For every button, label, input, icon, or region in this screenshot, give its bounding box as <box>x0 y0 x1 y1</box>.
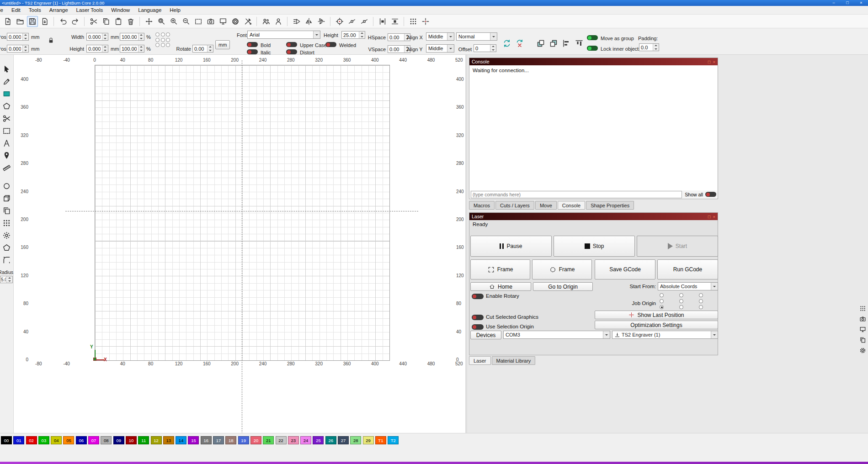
palette-swatch-28[interactable]: 28 <box>350 436 361 444</box>
devices-button[interactable]: Devices <box>470 331 501 339</box>
focus-laser-icon[interactable] <box>334 16 345 27</box>
palette-swatch-21[interactable]: 21 <box>263 436 274 444</box>
offset-input[interactable] <box>474 44 496 52</box>
selection-frame-tool-icon[interactable] <box>1 125 13 137</box>
dock-tab-move[interactable]: Move <box>535 201 557 210</box>
select-tool-icon[interactable] <box>1 63 13 75</box>
paste-icon[interactable] <box>113 16 124 27</box>
palette-swatch-11[interactable]: 11 <box>138 436 149 444</box>
start-button[interactable]: Start <box>637 236 718 257</box>
draw-lines-tool-icon[interactable] <box>1 76 13 88</box>
dock-tab-macros[interactable]: Macros <box>469 201 495 210</box>
dock-tab-console[interactable]: Console <box>558 201 585 210</box>
frame-rect-button[interactable]: Frame <box>470 259 530 279</box>
go-to-origin-button[interactable]: Go to Origin <box>533 282 593 291</box>
new-file-icon[interactable] <box>2 16 13 27</box>
job-origin-6[interactable] <box>660 305 664 309</box>
palette-swatch-15[interactable]: 15 <box>188 436 199 444</box>
position-laser-tool-icon[interactable] <box>1 150 13 162</box>
offset-shapes-tool-icon[interactable] <box>1 192 13 204</box>
menu-file[interactable]: File <box>0 7 7 13</box>
show-all-toggle[interactable] <box>705 192 716 197</box>
zoom-out-icon[interactable] <box>181 16 192 27</box>
palette-swatch-07[interactable]: 07 <box>88 436 99 444</box>
use-selection-origin-toggle[interactable] <box>472 324 484 330</box>
polygon-tool-icon[interactable] <box>1 100 13 112</box>
align-y-select[interactable]: Middle <box>426 44 454 53</box>
zoom-in-icon[interactable] <box>168 16 179 27</box>
stop-button[interactable]: Stop <box>554 236 635 257</box>
palette-swatch-14[interactable]: 14 <box>176 436 186 444</box>
job-origin-4[interactable] <box>679 299 683 303</box>
job-origin-3[interactable] <box>660 299 664 303</box>
float-panel-icon[interactable]: □ <box>708 214 711 219</box>
ellipse-tool-icon[interactable] <box>1 180 13 192</box>
upper-case-toggle[interactable] <box>286 42 297 47</box>
mirror-horizontal-icon[interactable] <box>304 16 314 27</box>
palette-swatch-26[interactable]: 26 <box>325 436 336 444</box>
frame-circle-button[interactable]: Frame <box>532 259 592 279</box>
palette-swatch-08[interactable]: 08 <box>101 436 112 444</box>
text-style-select[interactable]: Normal <box>456 32 497 41</box>
enable-rotary-toggle[interactable] <box>472 294 484 299</box>
workspace-canvas[interactable]: X Y -80-40040801201602002402803203604004… <box>14 55 465 433</box>
palette-swatch-18[interactable]: 18 <box>225 436 236 444</box>
edit-nodes-icon[interactable] <box>346 16 357 27</box>
pos-x-input[interactable] <box>7 33 29 41</box>
palette-swatch-27[interactable]: 27 <box>338 436 349 444</box>
home-button[interactable]: Home <box>470 282 531 291</box>
palette-swatch-23[interactable]: 23 <box>288 436 299 444</box>
measure-tool-icon[interactable] <box>1 162 13 174</box>
align-x-select[interactable]: Middle <box>426 32 454 41</box>
start-from-select[interactable]: Absolute Coords <box>658 282 718 290</box>
palette-swatch-09[interactable]: 09 <box>113 436 124 444</box>
menu-laser-tools[interactable]: Laser Tools <box>72 7 107 13</box>
duplicate-tool-icon[interactable] <box>1 205 13 216</box>
anchor-point-3[interactable] <box>155 38 160 42</box>
redo-icon[interactable] <box>70 16 81 27</box>
align-horizontal-icon[interactable] <box>561 38 571 48</box>
frame-selection-icon[interactable] <box>193 16 204 27</box>
device-select[interactable]: TS2 Engraver (1) <box>612 331 718 339</box>
palette-swatch-T2[interactable]: T2 <box>388 436 399 444</box>
job-origin-8[interactable] <box>699 305 703 309</box>
palette-swatch-10[interactable]: 10 <box>126 436 137 444</box>
delete-icon[interactable] <box>125 16 136 27</box>
width-input[interactable] <box>86 33 108 41</box>
anchor-point-0[interactable] <box>155 32 160 37</box>
palette-swatch-19[interactable]: 19 <box>238 436 249 444</box>
text-tool-icon[interactable] <box>1 137 13 149</box>
hidden-camera-panel-icon[interactable] <box>858 315 867 323</box>
laser-panel-header[interactable]: Laser □× <box>469 213 718 220</box>
palette-swatch-25[interactable]: 25 <box>313 436 324 444</box>
palette-swatch-03[interactable]: 03 <box>38 436 49 444</box>
italic-toggle[interactable] <box>247 49 258 54</box>
port-select[interactable]: COM3 <box>503 331 610 339</box>
anchor-point-5[interactable] <box>166 38 170 42</box>
menu-edit[interactable]: Edit <box>7 7 25 13</box>
bottom-tab-material-library[interactable]: Material Library <box>492 356 536 365</box>
width-percent-input[interactable] <box>120 33 144 41</box>
console-command-input[interactable] <box>471 191 682 198</box>
rectangle-tool-icon[interactable] <box>1 88 13 100</box>
close-panel-icon[interactable]: × <box>713 214 715 219</box>
community-icon[interactable] <box>261 16 272 27</box>
anchor-point-2[interactable] <box>166 32 170 37</box>
send-to-laser-icon[interactable] <box>291 16 302 27</box>
polygon-outline-tool-icon[interactable] <box>1 242 13 253</box>
anchor-point-1[interactable] <box>161 32 165 37</box>
welded-toggle[interactable] <box>325 42 336 47</box>
settings-icon[interactable] <box>230 16 241 27</box>
import-icon[interactable] <box>39 16 50 27</box>
titlebar[interactable]: <untitled> - TS2 Engraver (1) - LightBur… <box>0 0 868 6</box>
open-file-icon[interactable] <box>15 16 26 27</box>
cut-shapes-tool-icon[interactable] <box>1 113 13 125</box>
pause-button[interactable]: Pause <box>470 236 552 257</box>
hidden-panel-grid-icon[interactable] <box>858 304 867 312</box>
lock-aspect-icon[interactable] <box>48 37 54 45</box>
arrange-back-icon[interactable] <box>548 38 559 48</box>
palette-swatch-29[interactable]: 29 <box>363 436 374 444</box>
radius-input[interactable] <box>0 276 13 283</box>
minimize-button[interactable]: – <box>827 0 841 6</box>
zoom-to-page-icon[interactable] <box>156 16 167 27</box>
